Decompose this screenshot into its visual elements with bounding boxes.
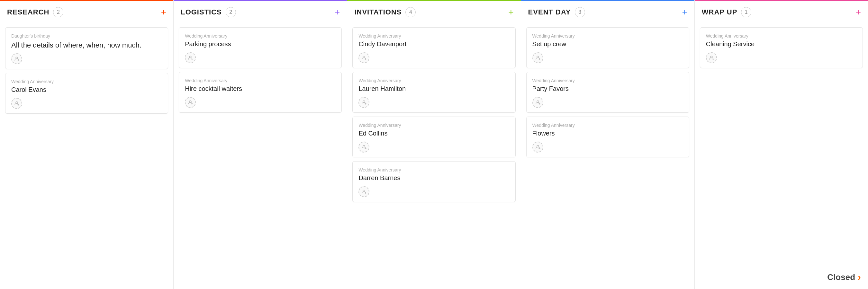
- add-avatar-button[interactable]: [359, 52, 369, 63]
- card-title: Hire cocktail waiters: [185, 85, 336, 93]
- column-count-eventday: 3: [575, 7, 585, 17]
- column-body-invitations: Wedding AnniversaryCindy Davenport Weddi…: [347, 22, 521, 289]
- column-title-wrapup: WRAP UP: [702, 8, 738, 16]
- card-tag: Wedding Anniversary: [532, 78, 683, 83]
- card-tag: Wedding Anniversary: [185, 33, 336, 39]
- card-tag: Wedding Anniversary: [532, 123, 683, 128]
- card-avatar-row: [185, 97, 336, 108]
- card-title: Carol Evans: [11, 86, 162, 94]
- card[interactable]: Wedding AnniversaryParty Favors: [526, 72, 689, 113]
- add-avatar-button[interactable]: [11, 98, 22, 109]
- column-eventday: EVENT DAY3+Wedding AnniversarySet up cre…: [521, 0, 695, 289]
- card-tag: Wedding Anniversary: [359, 167, 509, 173]
- column-header-wrapup: WRAP UP1+: [695, 0, 868, 22]
- column-count-research: 2: [53, 7, 63, 17]
- column-body-research: Daughter's birthdayAll the details of wh…: [0, 22, 173, 289]
- card[interactable]: Wedding AnniversaryLauren Hamilton: [352, 72, 515, 113]
- add-avatar-button[interactable]: [532, 142, 543, 152]
- card-title: Ed Collins: [359, 130, 509, 137]
- closed-label: Closed: [827, 272, 855, 282]
- column-title-research: RESEARCH: [7, 8, 49, 16]
- column-logistics: LOGISTICS2+Wedding AnniversaryParking pr…: [174, 0, 347, 289]
- add-avatar-button[interactable]: [532, 52, 543, 63]
- add-avatar-button[interactable]: [532, 97, 543, 108]
- column-body-eventday: Wedding AnniversarySet up crew Wedding A…: [521, 22, 694, 289]
- card-tag: Wedding Anniversary: [185, 78, 336, 83]
- closed-arrow-icon: ›: [858, 272, 861, 283]
- card-title: All the details of where, when, how much…: [11, 40, 162, 50]
- card-tag: Wedding Anniversary: [706, 33, 857, 39]
- card[interactable]: Wedding AnniversaryCleaning Service: [700, 27, 863, 68]
- card-tag: Daughter's birthday: [11, 33, 162, 39]
- add-avatar-button[interactable]: [359, 142, 369, 152]
- card[interactable]: Daughter's birthdayAll the details of wh…: [5, 27, 168, 69]
- card-tag: Wedding Anniversary: [359, 33, 509, 39]
- card-avatar-row: [359, 186, 509, 197]
- card-tag: Wedding Anniversary: [532, 33, 683, 39]
- card[interactable]: Wedding AnniversaryCarol Evans: [5, 73, 168, 114]
- column-count-invitations: 4: [405, 7, 416, 17]
- card-tag: Wedding Anniversary: [11, 79, 162, 84]
- card[interactable]: Wedding AnniversarySet up crew: [526, 27, 689, 68]
- add-avatar-button[interactable]: [185, 52, 196, 63]
- card-avatar-row: [532, 142, 683, 152]
- card-avatar-row: [532, 97, 683, 108]
- card-avatar-row: [359, 97, 509, 108]
- card-avatar-row: [359, 142, 509, 152]
- card-avatar-row: [11, 53, 162, 64]
- column-body-wrapup: Wedding AnniversaryCleaning Service: [695, 22, 868, 265]
- column-title-invitations: INVITATIONS: [354, 8, 402, 16]
- column-add-button-research[interactable]: +: [161, 8, 166, 17]
- card[interactable]: Wedding AnniversaryFlowers: [526, 116, 689, 157]
- column-header-research: RESEARCH2+: [0, 0, 173, 22]
- card-title: Set up crew: [532, 40, 683, 48]
- column-research: RESEARCH2+Daughter's birthdayAll the det…: [0, 0, 174, 289]
- card-title: Parking process: [185, 40, 336, 48]
- card[interactable]: Wedding AnniversaryEd Collins: [352, 116, 515, 157]
- add-avatar-button[interactable]: [11, 53, 22, 64]
- add-avatar-button[interactable]: [359, 97, 369, 108]
- add-avatar-button[interactable]: [359, 186, 369, 197]
- closed-button[interactable]: Closed›: [695, 265, 868, 289]
- column-add-button-eventday[interactable]: +: [682, 8, 687, 17]
- card[interactable]: Wedding AnniversaryCindy Davenport: [352, 27, 515, 68]
- card-avatar-row: [706, 52, 857, 63]
- kanban-board: RESEARCH2+Daughter's birthdayAll the det…: [0, 0, 868, 289]
- column-add-button-wrapup[interactable]: +: [856, 8, 861, 17]
- card-title: Cleaning Service: [706, 40, 857, 48]
- column-title-eventday: EVENT DAY: [528, 8, 571, 16]
- column-invitations: INVITATIONS4+Wedding AnniversaryCindy Da…: [347, 0, 521, 289]
- column-count-wrapup: 1: [741, 7, 751, 17]
- card-title: Lauren Hamilton: [359, 85, 509, 93]
- card-tag: Wedding Anniversary: [359, 78, 509, 83]
- column-header-eventday: EVENT DAY3+: [521, 0, 694, 22]
- card-avatar-row: [532, 52, 683, 63]
- column-title-logistics: LOGISTICS: [181, 8, 222, 16]
- column-header-logistics: LOGISTICS2+: [174, 0, 347, 22]
- add-avatar-button[interactable]: [706, 52, 717, 63]
- card-avatar-row: [11, 98, 162, 109]
- card[interactable]: Wedding AnniversaryDarren Barnes: [352, 161, 515, 202]
- column-add-button-invitations[interactable]: +: [508, 8, 514, 17]
- card-title: Flowers: [532, 130, 683, 137]
- column-wrapup: WRAP UP1+Wedding AnniversaryCleaning Ser…: [695, 0, 868, 289]
- card-tag: Wedding Anniversary: [359, 123, 509, 128]
- card-avatar-row: [185, 52, 336, 63]
- column-header-invitations: INVITATIONS4+: [347, 0, 521, 22]
- column-count-logistics: 2: [226, 7, 236, 17]
- card-avatar-row: [359, 52, 509, 63]
- card-title: Party Favors: [532, 85, 683, 93]
- add-avatar-button[interactable]: [185, 97, 196, 108]
- card[interactable]: Wedding AnniversaryParking process: [179, 27, 342, 68]
- card[interactable]: Wedding AnniversaryHire cocktail waiters: [179, 72, 342, 113]
- card-title: Darren Barnes: [359, 174, 509, 182]
- card-title: Cindy Davenport: [359, 40, 509, 48]
- column-add-button-logistics[interactable]: +: [335, 8, 340, 17]
- column-body-logistics: Wedding AnniversaryParking process Weddi…: [174, 22, 347, 289]
